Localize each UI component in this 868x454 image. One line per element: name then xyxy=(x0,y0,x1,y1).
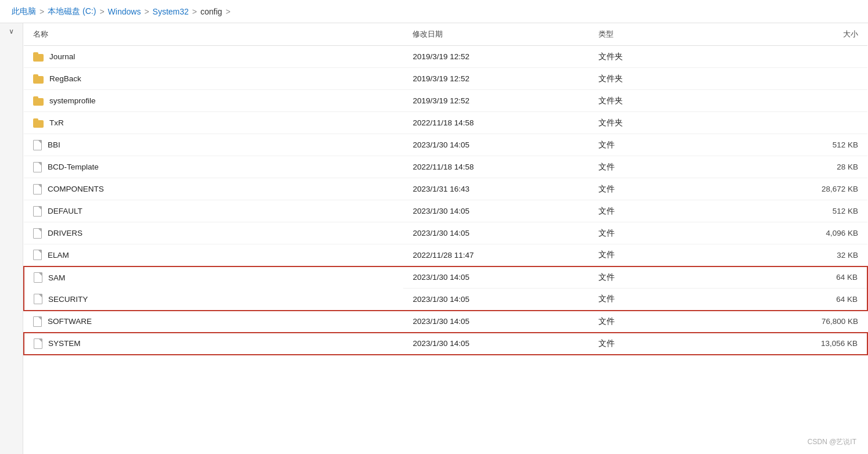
file-size: 76,800 KB xyxy=(741,311,867,333)
file-name-text: BCD-Template xyxy=(48,163,99,171)
table-row[interactable]: ELAM2022/11/28 11:47文件32 KB xyxy=(24,244,867,266)
file-type: 文件 xyxy=(589,178,741,200)
folder-icon xyxy=(33,118,44,128)
file-name-cell: ELAM xyxy=(24,244,403,266)
file-name-text: COMPONENTS xyxy=(48,185,104,193)
table-row[interactable]: SYSTEM2023/1/30 14:05文件13,056 KB xyxy=(24,333,867,355)
col-header-date[interactable]: 修改日期 xyxy=(403,23,589,46)
file-size xyxy=(741,112,867,134)
sep4: > xyxy=(192,7,197,16)
file-size: 512 KB xyxy=(741,134,867,156)
file-icon xyxy=(33,206,42,217)
file-date: 2022/11/18 14:58 xyxy=(403,156,589,178)
file-date: 2023/1/31 16:43 xyxy=(403,178,589,200)
file-date: 2023/1/30 14:05 xyxy=(403,266,589,289)
file-size: 13,056 KB xyxy=(741,333,867,355)
table-row[interactable]: systemprofile2019/3/19 12:52文件夹 xyxy=(24,90,867,112)
watermark: CSDN @艺说IT xyxy=(808,437,856,447)
table-row[interactable]: COMPONENTS2023/1/31 16:43文件28,672 KB xyxy=(24,178,867,200)
file-name-cell: COMPONENTS xyxy=(24,178,403,200)
file-size: 64 KB xyxy=(741,266,867,289)
file-size xyxy=(741,68,867,90)
table-row[interactable]: DEFAULT2023/1/30 14:05文件512 KB xyxy=(24,200,867,222)
file-date: 2023/1/30 14:05 xyxy=(403,222,589,244)
file-table: 名称 修改日期 类型 大小 Journal2019/3/19 12:52文件夹R… xyxy=(23,23,868,355)
file-type: 文件 xyxy=(589,266,741,289)
file-name-cell: BBI xyxy=(24,134,403,156)
file-name-cell: DRIVERS xyxy=(24,222,403,244)
file-name-text: SAM xyxy=(48,273,65,282)
file-size: 28,672 KB xyxy=(741,178,867,200)
table-row[interactable]: DRIVERS2023/1/30 14:05文件4,096 KB xyxy=(24,222,867,244)
file-date: 2019/3/19 12:52 xyxy=(403,90,589,112)
file-name-text: SOFTWARE xyxy=(48,317,92,326)
file-name-text: DEFAULT xyxy=(48,207,83,215)
file-name-cell: SECURITY xyxy=(24,289,403,311)
file-icon xyxy=(33,228,42,239)
file-name-text: systemprofile xyxy=(49,96,96,105)
table-row[interactable]: SOFTWARE2023/1/30 14:05文件76,800 KB xyxy=(24,311,867,333)
file-name-text: SECURITY xyxy=(48,295,88,304)
file-size: 512 KB xyxy=(741,200,867,222)
file-type: 文件夹 xyxy=(589,112,741,134)
file-size xyxy=(741,46,867,68)
file-name-text: SYSTEM xyxy=(48,339,81,348)
file-type: 文件 xyxy=(589,222,741,244)
table-row[interactable]: Journal2019/3/19 12:52文件夹 xyxy=(24,46,867,68)
file-date: 2023/1/30 14:05 xyxy=(403,311,589,333)
file-icon xyxy=(33,250,42,260)
file-icon xyxy=(33,316,42,327)
file-type: 文件 xyxy=(589,156,741,178)
folder-icon xyxy=(33,52,44,62)
file-type: 文件夹 xyxy=(589,46,741,68)
table-row[interactable]: SECURITY2023/1/30 14:05文件64 KB xyxy=(24,289,867,311)
breadcrumb-windows[interactable]: Windows xyxy=(108,7,141,16)
breadcrumb-system32[interactable]: System32 xyxy=(153,7,189,16)
file-name-cell: DEFAULT xyxy=(24,200,403,222)
file-name-text: BBI xyxy=(48,140,60,149)
file-type: 文件 xyxy=(589,311,741,333)
file-name-cell: systemprofile xyxy=(24,90,403,112)
file-icon xyxy=(34,338,42,349)
breadcrumb-pc[interactable]: 此电脑 xyxy=(12,6,36,17)
file-icon xyxy=(34,294,42,304)
file-size: 28 KB xyxy=(741,156,867,178)
file-icon xyxy=(33,184,42,194)
file-name-text: ELAM xyxy=(48,251,69,260)
col-header-name[interactable]: 名称 xyxy=(24,23,403,46)
breadcrumb: 此电脑 > 本地磁盘 (C:) > Windows > System32 > c… xyxy=(0,0,868,23)
col-header-size[interactable]: 大小 xyxy=(741,23,867,46)
file-type: 文件 xyxy=(589,134,741,156)
content-area: 名称 修改日期 类型 大小 Journal2019/3/19 12:52文件夹R… xyxy=(23,23,868,454)
table-row[interactable]: SAM2023/1/30 14:05文件64 KB xyxy=(24,266,867,289)
file-name-text: RegBack xyxy=(49,74,81,83)
folder-icon xyxy=(33,74,44,84)
file-name-cell: TxR xyxy=(24,112,403,134)
col-header-type[interactable]: 类型 xyxy=(589,23,741,46)
file-date: 2019/3/19 12:52 xyxy=(403,46,589,68)
file-date: 2022/11/28 11:47 xyxy=(403,244,589,266)
file-icon xyxy=(33,162,42,172)
sep5: > xyxy=(225,7,230,16)
collapse-button[interactable]: ∧ xyxy=(9,28,14,36)
file-size: 64 KB xyxy=(741,289,867,311)
file-icon xyxy=(33,140,42,150)
file-date: 2023/1/30 14:05 xyxy=(403,134,589,156)
file-type: 文件夹 xyxy=(589,68,741,90)
file-type: 文件夹 xyxy=(589,90,741,112)
file-date: 2019/3/19 12:52 xyxy=(403,68,589,90)
table-row[interactable]: BCD-Template2022/11/18 14:58文件28 KB xyxy=(24,156,867,178)
table-row[interactable]: TxR2022/11/18 14:58文件夹 xyxy=(24,112,867,134)
file-size: 32 KB xyxy=(741,244,867,266)
file-name-cell: SAM xyxy=(24,266,403,289)
sep1: > xyxy=(40,7,44,16)
file-icon xyxy=(34,272,42,283)
file-name-text: Journal xyxy=(49,52,75,61)
table-row[interactable]: BBI2023/1/30 14:05文件512 KB xyxy=(24,134,867,156)
file-date: 2023/1/30 14:05 xyxy=(403,289,589,311)
breadcrumb-c[interactable]: 本地磁盘 (C:) xyxy=(48,6,96,17)
file-type: 文件 xyxy=(589,333,741,355)
file-name-text: DRIVERS xyxy=(48,229,83,237)
table-row[interactable]: RegBack2019/3/19 12:52文件夹 xyxy=(24,68,867,90)
file-name-cell: SYSTEM xyxy=(24,333,403,355)
